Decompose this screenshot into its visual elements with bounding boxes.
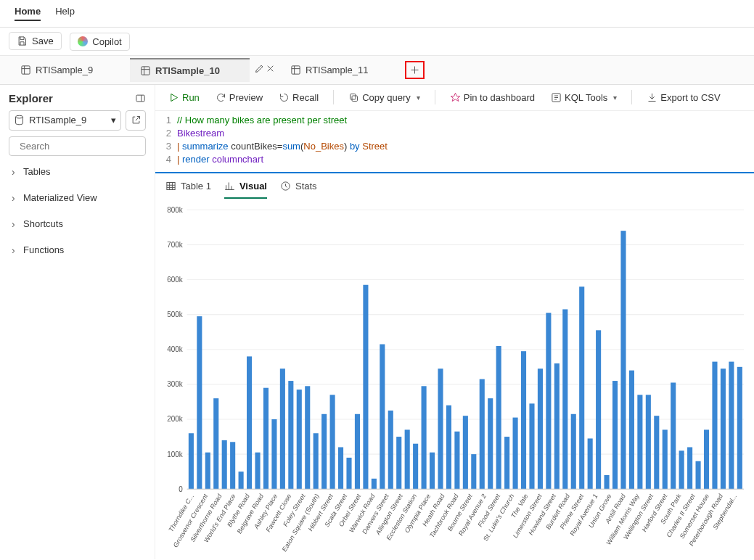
- kql-tools-button[interactable]: KQL Tools: [545, 89, 623, 106]
- svg-rect-40: [280, 368, 285, 489]
- tree-matviews[interactable]: Materialized View: [9, 188, 146, 208]
- svg-rect-36: [247, 356, 252, 489]
- svg-rect-61: [454, 431, 459, 488]
- recall-button[interactable]: Recall: [273, 89, 324, 106]
- save-label: Save: [32, 36, 54, 46]
- copy-query-button[interactable]: Copy query: [343, 89, 425, 106]
- copy-icon: [348, 92, 359, 103]
- svg-rect-82: [629, 370, 634, 489]
- pencil-icon[interactable]: [254, 63, 265, 74]
- svg-rect-79: [605, 474, 610, 488]
- svg-rect-69: [521, 351, 526, 489]
- svg-text:700k: 700k: [167, 239, 183, 249]
- explorer-sidebar: Explorer RTISample_9 ▾ Tables Materializ…: [0, 85, 155, 559]
- panel-collapse-icon[interactable]: [135, 93, 146, 104]
- svg-rect-87: [671, 382, 676, 489]
- svg-rect-64: [480, 379, 485, 489]
- tab-add-highlight: [400, 55, 429, 85]
- svg-rect-48: [346, 457, 351, 488]
- svg-rect-71: [538, 368, 543, 489]
- database-icon: [14, 115, 25, 125]
- tree-tables[interactable]: Tables: [9, 162, 146, 182]
- run-button[interactable]: Run: [163, 89, 205, 106]
- tab-rtisample-9[interactable]: RTISample_9: [10, 59, 130, 81]
- plus-icon[interactable]: [409, 65, 420, 75]
- svg-rect-95: [737, 366, 742, 488]
- svg-rect-54: [396, 437, 401, 489]
- svg-rect-7: [351, 94, 356, 99]
- query-editor[interactable]: 12 34 // How many bikes are present per …: [155, 111, 754, 173]
- preview-button[interactable]: Preview: [210, 89, 269, 106]
- result-tab-table[interactable]: Table 1: [165, 181, 211, 199]
- tree-shortcuts[interactable]: Shortcuts: [9, 214, 146, 234]
- copilot-label: Copilot: [92, 36, 121, 47]
- result-tab-stats[interactable]: Stats: [280, 181, 317, 199]
- tab-label: RTISample_9: [36, 65, 93, 75]
- svg-rect-34: [230, 442, 235, 489]
- tab-rtisample-10[interactable]: RTISample_10: [130, 58, 250, 82]
- close-icon[interactable]: [265, 63, 276, 74]
- svg-rect-65: [488, 398, 493, 489]
- tab-edit-highlight: [254, 63, 265, 76]
- result-tab-visual[interactable]: Visual: [224, 181, 267, 199]
- svg-rect-30: [197, 316, 202, 489]
- tab-label: RTISample_11: [306, 65, 368, 75]
- svg-rect-55: [405, 429, 410, 489]
- copilot-icon: [78, 36, 88, 46]
- svg-rect-83: [637, 395, 642, 489]
- queryset-icon: [140, 65, 151, 76]
- svg-rect-90: [696, 461, 701, 488]
- table-icon: [165, 181, 176, 192]
- svg-rect-3: [136, 95, 144, 102]
- open-external-button[interactable]: [126, 110, 146, 131]
- svg-rect-0: [22, 65, 30, 73]
- svg-rect-58: [430, 452, 435, 489]
- svg-rect-44: [314, 433, 319, 489]
- explorer-title: Explorer: [9, 92, 53, 104]
- svg-rect-78: [596, 330, 601, 489]
- svg-rect-60: [446, 405, 451, 488]
- svg-rect-94: [729, 361, 734, 489]
- menu-home[interactable]: Home: [15, 6, 41, 21]
- svg-text:300k: 300k: [167, 379, 183, 388]
- svg-rect-45: [321, 413, 327, 488]
- menu-help[interactable]: Help: [55, 6, 75, 21]
- save-button[interactable]: Save: [9, 32, 62, 50]
- explorer-search[interactable]: [9, 136, 146, 156]
- tab-rtisample-11[interactable]: RTISample_11: [280, 59, 400, 81]
- play-icon: [168, 92, 179, 103]
- copilot-button[interactable]: Copilot: [70, 33, 129, 51]
- database-selector[interactable]: RTISample_9 ▾: [9, 110, 121, 131]
- queryset-icon: [290, 65, 301, 75]
- svg-rect-37: [255, 452, 260, 489]
- pin-icon: [450, 92, 461, 103]
- svg-rect-67: [504, 437, 509, 489]
- refresh-icon: [216, 92, 226, 103]
- tree-functions[interactable]: Functions: [9, 240, 146, 260]
- svg-rect-41: [288, 381, 293, 489]
- svg-rect-63: [471, 454, 476, 489]
- history-icon: [279, 92, 290, 103]
- svg-rect-92: [712, 361, 717, 489]
- editor-gutter: 12 34: [155, 114, 177, 166]
- result-chart: 0100k200k300k400k500k600k700k800kThorndi…: [155, 199, 754, 559]
- svg-rect-29: [189, 433, 194, 489]
- svg-rect-74: [562, 309, 567, 489]
- svg-rect-43: [305, 386, 310, 489]
- svg-rect-38: [263, 387, 269, 489]
- export-icon: [647, 92, 657, 103]
- svg-rect-33: [222, 440, 227, 488]
- svg-rect-81: [620, 231, 626, 489]
- svg-rect-32: [213, 398, 218, 489]
- export-csv-button[interactable]: Export to CSV: [641, 89, 726, 106]
- editor-code[interactable]: // How many bikes are present per street…: [177, 114, 754, 166]
- svg-rect-47: [338, 447, 343, 489]
- pin-dashboard-button[interactable]: Pin to dashboard: [444, 89, 541, 106]
- svg-rect-56: [413, 443, 418, 489]
- svg-text:500k: 500k: [167, 309, 183, 318]
- explorer-search-input[interactable]: [18, 140, 143, 152]
- chevron-down-icon: ▾: [111, 115, 116, 125]
- svg-rect-77: [588, 438, 593, 489]
- svg-rect-85: [654, 416, 659, 489]
- svg-rect-76: [579, 287, 584, 489]
